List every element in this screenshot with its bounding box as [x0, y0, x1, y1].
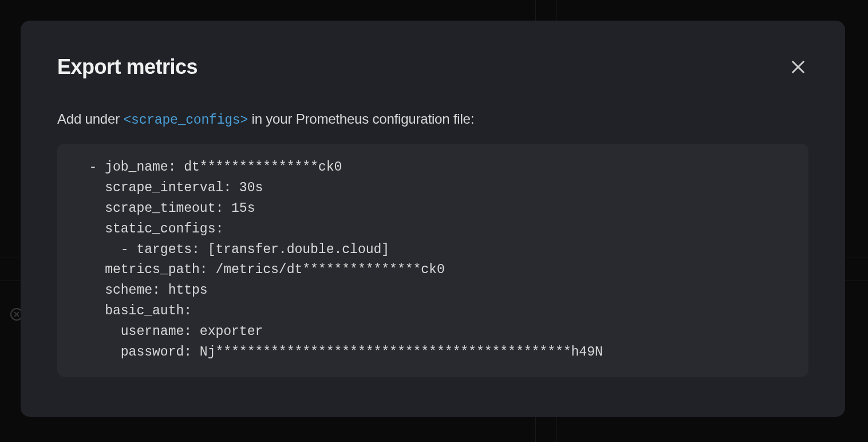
instruction-suffix: in your Prometheus configuration file:	[248, 111, 474, 127]
close-icon	[790, 59, 806, 75]
scrape-configs-link[interactable]: <scrape_configs>	[123, 113, 248, 128]
close-button[interactable]	[788, 57, 808, 77]
export-metrics-modal: Export metrics Add under <scrape_configs…	[21, 21, 845, 417]
code-block[interactable]: - job_name: dt***************ck0 scrape_…	[57, 144, 808, 377]
instruction-text: Add under <scrape_configs> in your Prome…	[57, 111, 808, 128]
modal-title: Export metrics	[57, 55, 198, 79]
instruction-prefix: Add under	[57, 111, 123, 127]
modal-header: Export metrics	[57, 55, 808, 79]
